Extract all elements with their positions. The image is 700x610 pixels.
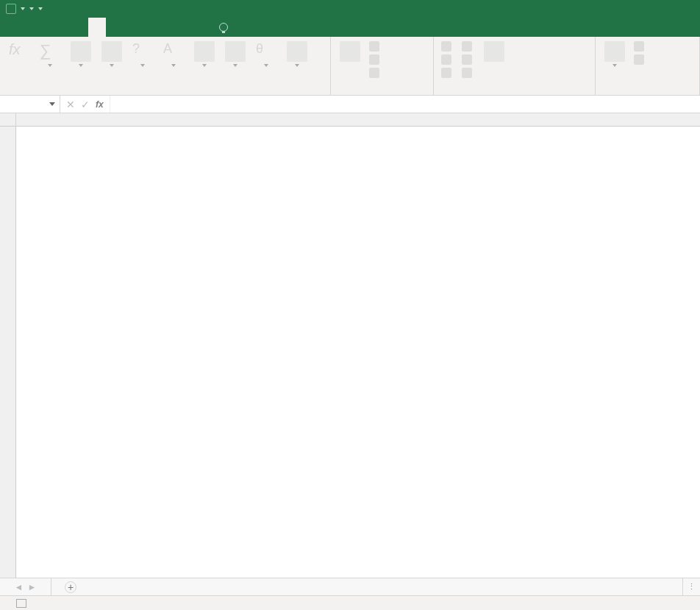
more-functions-button[interactable] <box>282 40 312 68</box>
more-icon <box>287 41 307 62</box>
trace-precedents-button[interactable] <box>438 40 457 53</box>
lookup-icon <box>225 41 246 62</box>
tag-icon <box>369 41 379 52</box>
error-checking-button[interactable] <box>459 53 478 66</box>
star-icon <box>71 41 91 62</box>
logical-button[interactable]: ? <box>128 40 157 68</box>
tab-review[interactable] <box>124 18 141 37</box>
cell-area[interactable] <box>16 127 700 578</box>
name-manager-icon <box>340 41 360 62</box>
theta-icon: θ <box>256 41 276 62</box>
remove-arrows-icon <box>441 68 451 78</box>
show-formula-icon <box>462 41 472 52</box>
fx-icon: fx <box>9 41 29 62</box>
error-icon <box>462 54 472 65</box>
redo-dropdown-icon[interactable] <box>29 7 34 10</box>
status-bar <box>0 595 700 610</box>
new-sheet-button[interactable]: + <box>65 581 76 593</box>
enter-icon[interactable]: ✓ <box>81 99 90 110</box>
trace-dep-icon <box>441 54 451 65</box>
tab-developer[interactable] <box>159 18 176 37</box>
select-all-corner[interactable] <box>0 113 16 127</box>
group-defined-names <box>331 37 434 95</box>
calc-sheet-icon <box>634 54 644 65</box>
tab-file[interactable] <box>0 18 18 37</box>
trace-prec-icon <box>441 41 451 52</box>
tab-view[interactable] <box>141 18 159 37</box>
sheet-nav[interactable]: ◄► <box>0 578 51 595</box>
lookup-button[interactable] <box>221 40 250 68</box>
tab-home[interactable] <box>18 18 35 37</box>
ribbon-tabs <box>0 18 700 37</box>
formula-icon <box>369 54 379 65</box>
group-label <box>596 93 699 95</box>
group-label <box>0 93 330 95</box>
macro-record-icon[interactable] <box>16 599 26 608</box>
tab-help[interactable] <box>176 18 194 37</box>
quick-access-toolbar <box>0 4 43 14</box>
spreadsheet-grid[interactable] <box>0 113 700 578</box>
tab-insert[interactable] <box>35 18 53 37</box>
group-function-library: fx ∑ ? A θ <box>0 37 331 95</box>
evaluate-formula-button[interactable] <box>459 66 478 79</box>
undo-dropdown-icon[interactable] <box>21 7 25 10</box>
show-formulas-button[interactable] <box>459 40 478 53</box>
prev-sheet-icon[interactable]: ◄ <box>15 582 24 592</box>
financial-icon <box>101 41 122 62</box>
formula-bar: ✕ ✓ fx <box>0 96 700 113</box>
autosum-button[interactable]: ∑ <box>35 40 65 68</box>
group-formula-auditing <box>434 37 596 95</box>
calc-options-button[interactable] <box>600 40 629 68</box>
define-name-button[interactable] <box>366 40 385 53</box>
row-headers[interactable] <box>0 127 16 578</box>
text-icon: A <box>163 41 184 62</box>
cancel-icon[interactable]: ✕ <box>66 99 75 110</box>
remove-arrows-button[interactable] <box>438 66 457 79</box>
sigma-icon: ∑ <box>40 41 60 62</box>
use-in-formula-button[interactable] <box>366 53 385 66</box>
name-manager-button[interactable] <box>335 40 365 65</box>
qat-customize-icon[interactable] <box>38 7 43 10</box>
calc-icon <box>604 41 625 62</box>
chevron-down-icon <box>49 102 55 106</box>
group-calculation <box>596 37 700 95</box>
eval-icon <box>462 68 472 78</box>
recent-functions-button[interactable] <box>66 40 96 68</box>
text-button[interactable]: A <box>159 40 188 68</box>
title-bar <box>0 0 700 18</box>
calculate-now-button[interactable] <box>631 40 650 53</box>
save-icon[interactable] <box>6 4 16 14</box>
datetime-button[interactable] <box>190 40 219 68</box>
watch-window-button[interactable] <box>479 40 509 65</box>
lightbulb-icon <box>219 23 228 32</box>
tab-data[interactable] <box>106 18 124 37</box>
group-label <box>331 93 433 95</box>
financial-button[interactable] <box>97 40 126 68</box>
math-button[interactable]: θ <box>251 40 281 68</box>
clock-icon <box>194 41 215 62</box>
sheet-tab-bar: ◄► + ⋮ <box>0 578 700 595</box>
ribbon: fx ∑ ? A θ <box>0 37 700 96</box>
tab-page-layout[interactable] <box>71 18 88 37</box>
selection-icon <box>369 68 379 78</box>
fx-icon[interactable]: fx <box>96 99 104 110</box>
insert-function-button[interactable]: fx <box>4 40 34 65</box>
tell-me[interactable] <box>212 18 240 37</box>
tab-formulas[interactable] <box>88 18 106 37</box>
calc-now-icon <box>634 41 644 52</box>
create-from-selection-button[interactable] <box>366 66 385 79</box>
logical-icon: ? <box>132 41 153 62</box>
name-box[interactable] <box>0 96 60 113</box>
column-headers[interactable] <box>16 113 700 127</box>
group-label <box>434 93 595 95</box>
tab-draw[interactable] <box>53 18 71 37</box>
formula-input[interactable] <box>110 96 700 113</box>
sheet-scroll-right[interactable]: ⋮ <box>682 578 700 595</box>
trace-dependents-button[interactable] <box>438 53 457 66</box>
calculate-sheet-button[interactable] <box>631 53 650 66</box>
next-sheet-icon[interactable]: ► <box>28 582 37 592</box>
tab-powerpivot[interactable] <box>194 18 212 37</box>
watch-icon <box>484 41 504 62</box>
